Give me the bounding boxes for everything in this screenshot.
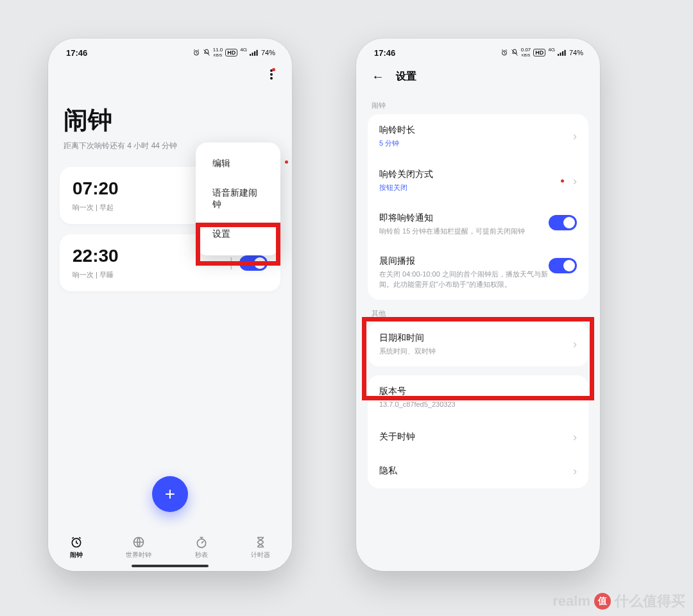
svg-rect-3 bbox=[254, 51, 255, 56]
svg-rect-2 bbox=[252, 53, 253, 56]
row-label: 日期和时间 bbox=[379, 332, 568, 344]
row-value: 系统时间、双时钟 bbox=[379, 346, 568, 356]
battery-text: 74% bbox=[261, 49, 275, 56]
row-label: 响铃时长 bbox=[379, 124, 568, 136]
overflow-menu: 编辑 语音新建闹钟 设置 bbox=[196, 142, 280, 255]
notification-dot bbox=[561, 180, 564, 183]
watermark: realm 值 什么值得买 bbox=[552, 592, 685, 611]
tab-label: 闹钟 bbox=[70, 551, 83, 560]
stopwatch-icon bbox=[195, 536, 208, 549]
morning-toggle[interactable] bbox=[549, 258, 577, 273]
alarm-icon bbox=[193, 49, 200, 56]
back-button[interactable]: ← bbox=[372, 69, 384, 84]
watermark-brand: realm bbox=[552, 593, 590, 610]
alarm-settings-card: 响铃时长 5 分钟 › 响铃关闭方式 按钮关闭 › 即将响铃通知 bbox=[368, 114, 588, 300]
svg-rect-12 bbox=[558, 54, 559, 56]
about-card: 版本号 13.7.0_c87fed5_230323 关于时钟 › 隐私 › bbox=[368, 375, 588, 488]
chevron-right-icon: › bbox=[568, 465, 577, 478]
tab-world-clock[interactable]: 世界时钟 bbox=[126, 536, 151, 560]
mute-icon bbox=[203, 49, 210, 56]
hourglass-icon bbox=[254, 536, 267, 549]
row-date-time[interactable]: 日期和时间 系统时间、双时钟 › bbox=[368, 322, 588, 366]
svg-rect-4 bbox=[256, 50, 257, 56]
alarm-time: 07:20 bbox=[73, 178, 119, 199]
battery-text: 74% bbox=[569, 49, 583, 56]
signal-icon bbox=[250, 49, 259, 56]
net-unit: KB/S bbox=[214, 53, 223, 57]
net-speed: 0.07 bbox=[521, 47, 531, 53]
section-alarm: 闹钟 bbox=[368, 92, 588, 114]
row-upcoming-notify[interactable]: 即将响铃通知 响铃前 15 分钟在通知栏提醒，可提前关闭闹钟 bbox=[368, 203, 588, 246]
alarm-tab-icon bbox=[70, 536, 83, 549]
status-icons: 11.0KB/S HD 4G 74% bbox=[193, 47, 275, 58]
row-label: 晨间播报 bbox=[379, 255, 549, 267]
chevron-right-icon: › bbox=[568, 130, 577, 143]
row-label: 版本号 bbox=[379, 386, 577, 397]
chevron-right-icon: › bbox=[568, 175, 577, 188]
status-time: 17:46 bbox=[66, 48, 87, 58]
row-label: 隐私 bbox=[379, 465, 568, 477]
add-alarm-fab[interactable]: + bbox=[152, 476, 188, 512]
svg-point-7 bbox=[270, 77, 273, 80]
alarm-toggle[interactable] bbox=[239, 255, 268, 271]
settings-title: 设置 bbox=[396, 70, 416, 83]
home-indicator[interactable] bbox=[132, 565, 209, 567]
row-label: 关于时钟 bbox=[379, 431, 568, 443]
menu-badge-dot bbox=[285, 160, 288, 164]
other-settings-card: 日期和时间 系统时间、双时钟 › bbox=[368, 322, 588, 366]
section-other: 其他 bbox=[368, 300, 588, 322]
row-about[interactable]: 关于时钟 › bbox=[368, 420, 588, 454]
row-value: 按钮关闭 bbox=[379, 183, 568, 193]
menu-item-voice[interactable]: 语音新建闹钟 bbox=[196, 178, 280, 219]
upcoming-toggle[interactable] bbox=[549, 215, 577, 230]
svg-rect-1 bbox=[250, 54, 251, 56]
chevron-right-icon: › bbox=[568, 431, 577, 444]
row-version[interactable]: 版本号 13.7.0_c87fed5_230323 bbox=[368, 375, 588, 420]
signal-label: 4G bbox=[548, 47, 555, 53]
mute-icon bbox=[511, 49, 518, 56]
row-desc: 在关闭 04:00-10:00 之间的首个闹钟后，播放天气与新闻。此功能需开启"… bbox=[379, 270, 549, 289]
svg-point-6 bbox=[270, 73, 273, 76]
net-unit: KB/S bbox=[522, 53, 531, 57]
tab-timer[interactable]: 计时器 bbox=[251, 536, 270, 560]
svg-rect-15 bbox=[564, 50, 565, 56]
tab-alarm[interactable]: 闹钟 bbox=[70, 536, 83, 560]
alarm-time: 22:30 bbox=[73, 246, 119, 266]
globe-icon bbox=[132, 536, 145, 549]
page-title: 闹钟 bbox=[64, 104, 277, 137]
tab-label: 世界时钟 bbox=[126, 551, 151, 560]
alarm-desc: 响一次 | 早睡 bbox=[73, 270, 119, 280]
status-icons: 0.07KB/S HD 4G 74% bbox=[501, 47, 583, 58]
row-value: 5 分钟 bbox=[379, 139, 568, 148]
row-desc: 响铃前 15 分钟在通知栏提醒，可提前关闭闹钟 bbox=[379, 227, 549, 236]
menu-item-settings[interactable]: 设置 bbox=[196, 219, 280, 249]
row-close-method[interactable]: 响铃关闭方式 按钮关闭 › bbox=[368, 158, 588, 203]
tab-label: 计时器 bbox=[251, 551, 270, 560]
menu-item-edit[interactable]: 编辑 bbox=[196, 149, 280, 178]
chevron-right-icon: › bbox=[568, 338, 577, 351]
hd-badge: HD bbox=[533, 49, 545, 56]
watermark-tail: 什么值得买 bbox=[615, 592, 685, 611]
row-privacy[interactable]: 隐私 › bbox=[368, 454, 588, 488]
phone-settings: 17:46 0.07KB/S HD 4G 74% ← 设置 闹钟 响铃时长 bbox=[356, 38, 600, 571]
net-speed: 11.0 bbox=[213, 47, 223, 53]
tab-stopwatch[interactable]: 秒表 bbox=[195, 536, 208, 560]
row-label: 即将响铃通知 bbox=[379, 212, 549, 224]
more-button[interactable] bbox=[266, 65, 277, 86]
phone-alarm-list: 17:46 11.0KB/S HD 4G 74% 闹钟 bbox=[48, 38, 292, 571]
tab-label: 秒表 bbox=[195, 551, 208, 560]
svg-rect-13 bbox=[560, 53, 561, 56]
plus-icon: + bbox=[165, 484, 175, 504]
hd-badge: HD bbox=[225, 49, 237, 56]
signal-icon bbox=[558, 49, 567, 56]
watermark-logo: 值 bbox=[594, 593, 611, 610]
svg-rect-14 bbox=[562, 51, 563, 56]
alarm-icon bbox=[501, 49, 508, 56]
row-ring-duration[interactable]: 响铃时长 5 分钟 › bbox=[368, 114, 588, 158]
row-morning-broadcast[interactable]: 晨间播报 在关闭 04:00-10:00 之间的首个闹钟后，播放天气与新闻。此功… bbox=[368, 246, 588, 300]
row-value: 13.7.0_c87fed5_230323 bbox=[379, 400, 577, 409]
row-label: 响铃关闭方式 bbox=[379, 169, 568, 180]
status-bar: 17:46 11.0KB/S HD 4G 74% bbox=[48, 38, 292, 60]
status-time: 17:46 bbox=[374, 48, 395, 58]
status-bar: 17:46 0.07KB/S HD 4G 74% bbox=[356, 38, 600, 60]
